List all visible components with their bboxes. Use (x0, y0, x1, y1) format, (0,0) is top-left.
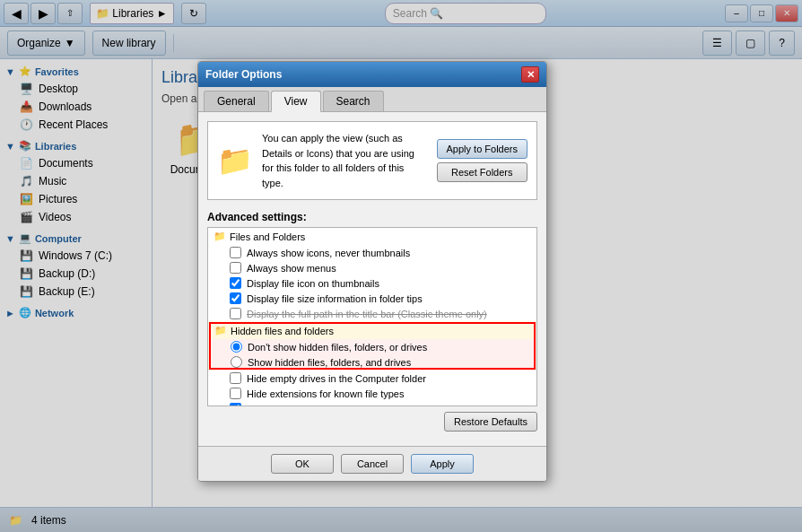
dialog-close-button[interactable]: ✕ (521, 66, 539, 83)
files-folders-group[interactable]: 📁 Files and Folders (208, 228, 536, 245)
setting-hide-empty-drives: Hide empty drives in the Computer folder (208, 371, 536, 386)
folder-options-dialog: Folder Options ✕ General View Search 📁 Y… (197, 61, 547, 482)
apply-to-folders-button[interactable]: Apply to Folders (437, 139, 527, 159)
always-icons-checkbox[interactable] (230, 247, 241, 258)
setting-full-path: Display the full path in the title bar (… (208, 306, 536, 321)
setting-hide-extensions: Hide extensions for known file types (208, 386, 536, 401)
file-icon-thumbnails-checkbox[interactable] (230, 277, 241, 289)
hidden-files-icon: 📁 (214, 325, 227, 336)
show-hidden-radio[interactable] (231, 356, 242, 368)
tab-view[interactable]: View (271, 91, 321, 112)
advanced-settings-label: Advanced settings: (207, 211, 537, 223)
setting-hide-protected: Hide protected operating system files (R… (208, 401, 536, 406)
hide-empty-drives-checkbox[interactable] (230, 372, 241, 384)
setting-file-size-info: Display file size information in folder … (208, 291, 536, 306)
hide-extensions-checkbox[interactable] (230, 388, 241, 399)
setting-always-menus: Always show menus (208, 260, 536, 275)
full-path-label: Display the full path in the title bar (… (247, 309, 487, 319)
hide-protected-checkbox[interactable] (230, 403, 241, 406)
setting-dont-show-hidden: Don't show hidden files, folders, or dri… (209, 339, 536, 354)
restore-btn-row: Restore Defaults (207, 406, 537, 437)
dialog-title-bar: Folder Options ✕ (198, 62, 546, 87)
always-menus-label: Always show menus (247, 263, 336, 274)
settings-list[interactable]: 📁 Files and Folders Always show icons, n… (207, 227, 537, 406)
full-path-checkbox[interactable] (230, 308, 241, 319)
cancel-button[interactable]: Cancel (341, 454, 404, 474)
modal-overlay: Folder Options ✕ General View Search 📁 Y… (0, 0, 802, 532)
files-folders-icon: 📁 (214, 231, 226, 242)
dialog-tabs: General View Search (198, 87, 546, 112)
file-size-info-checkbox[interactable] (230, 292, 241, 304)
folder-views-buttons: Apply to Folders Reset Folders (437, 139, 527, 182)
tab-search[interactable]: Search (323, 91, 384, 111)
restore-defaults-button[interactable]: Restore Defaults (444, 412, 537, 432)
dont-show-hidden-label: Don't show hidden files, folders, or dri… (248, 342, 427, 353)
hidden-files-group[interactable]: 📁 Hidden files and folders (209, 322, 536, 339)
hide-extensions-label: Hide extensions for known file types (247, 388, 404, 399)
always-menus-checkbox[interactable] (230, 262, 241, 274)
dialog-footer: OK Cancel Apply (198, 446, 546, 481)
folder-views-description: You can apply the view (such as Details … (262, 131, 428, 190)
hidden-files-label: Hidden files and folders (231, 326, 334, 336)
setting-show-hidden: Show hidden files, folders, and drives (209, 354, 536, 370)
file-icon-thumbnails-label: Display file icon on thumbnails (247, 278, 379, 289)
ok-button[interactable]: OK (271, 454, 334, 474)
apply-button[interactable]: Apply (411, 454, 474, 474)
hide-protected-label: Hide protected operating system files (R… (247, 404, 485, 407)
reset-folders-button[interactable]: Reset Folders (437, 162, 527, 182)
always-icons-label: Always show icons, never thumbnails (247, 248, 410, 258)
files-folders-label: Files and Folders (230, 231, 305, 242)
folder-views-icon: 📁 (217, 144, 253, 178)
file-size-info-label: Display file size information in folder … (247, 293, 423, 304)
dont-show-hidden-radio[interactable] (231, 341, 242, 353)
dialog-title: Folder Options (205, 68, 282, 81)
setting-file-icon-thumbnails: Display file icon on thumbnails (208, 275, 536, 291)
setting-always-icons: Always show icons, never thumbnails (208, 245, 536, 260)
tab-general[interactable]: General (204, 91, 269, 111)
dialog-body: 📁 You can apply the view (such as Detail… (198, 112, 546, 446)
folder-views-box: 📁 You can apply the view (such as Detail… (207, 121, 537, 200)
hide-empty-drives-label: Hide empty drives in the Computer folder (247, 373, 426, 384)
show-hidden-label: Show hidden files, folders, and drives (248, 357, 411, 368)
